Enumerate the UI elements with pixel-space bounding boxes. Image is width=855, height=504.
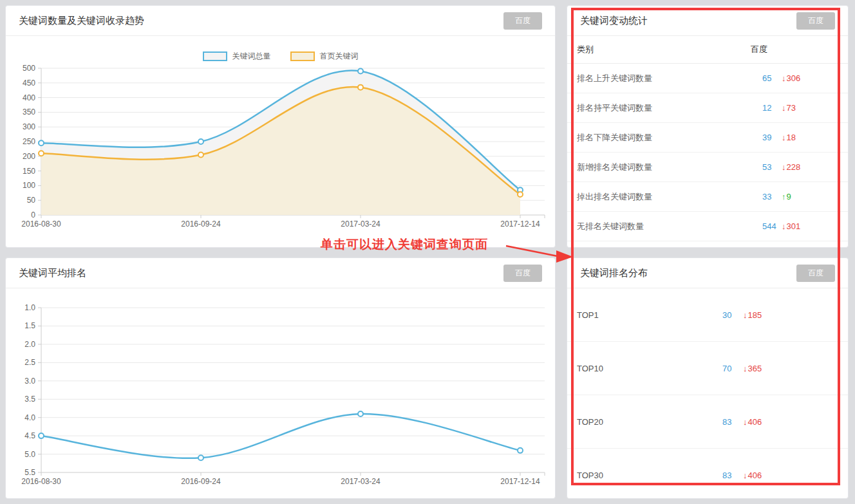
keyword-count-link[interactable]: 53: [762, 162, 782, 172]
legend-label: 关键词总量: [232, 51, 271, 62]
row-label: TOP20: [577, 417, 722, 427]
svg-text:450: 450: [23, 79, 35, 88]
svg-text:2.0: 2.0: [24, 340, 35, 349]
row-label: 排名上升关键词数量: [577, 73, 762, 84]
keyword-count-link[interactable]: 30: [722, 310, 743, 320]
delta-badge: ↑9: [782, 192, 791, 201]
legend-label: 首页关键词: [320, 51, 359, 62]
baidu-filter-button[interactable]: 百度: [503, 12, 542, 30]
avg-rank-chart: 1.01.52.02.53.03.54.04.55.05.52016-08-30…: [6, 288, 555, 498]
svg-text:150: 150: [23, 167, 35, 176]
table-row: 排名持平关键词数量 12 ↓73: [567, 93, 848, 123]
keyword-count-link[interactable]: 12: [762, 103, 782, 113]
legend-swatch-orange: [290, 51, 315, 61]
keyword-count-link[interactable]: 70: [722, 364, 743, 373]
row-label: 新增排名关键词数量: [577, 162, 762, 173]
delta-badge: ↓406: [743, 471, 762, 480]
legend-swatch-blue: [203, 51, 227, 61]
rank-distribution-panel: 关键词排名分布 百度 TOP1 30 ↓185 TOP10 70 ↓365 TO…: [567, 257, 849, 499]
keyword-trend-chart: 0501001502002503003504004505002016-08-30…: [6, 36, 555, 247]
panel-header: 关键词变动统计 百度: [567, 6, 848, 36]
delta-value: 185: [748, 310, 762, 320]
keyword-count-link[interactable]: 83: [722, 417, 743, 427]
svg-text:3.5: 3.5: [24, 395, 35, 404]
svg-text:5.0: 5.0: [24, 450, 35, 459]
svg-text:1.0: 1.0: [24, 303, 35, 312]
panel-title: 关键词平均排名: [19, 267, 86, 279]
svg-text:2.5: 2.5: [24, 358, 35, 367]
delta-value: 406: [748, 471, 762, 480]
up-arrow-icon: ↑: [782, 192, 786, 201]
table-row: 排名下降关键词数量 39 ↓18: [567, 123, 848, 153]
delta-value: 306: [787, 73, 801, 83]
delta-badge: ↓306: [782, 73, 800, 83]
panel-title: 关键词数量及关键词收录趋势: [19, 15, 144, 27]
svg-text:1.5: 1.5: [24, 321, 35, 330]
delta-value: 9: [787, 192, 791, 201]
panel-header: 关键词平均排名 百度: [6, 258, 555, 288]
keyword-count-link[interactable]: 33: [762, 192, 782, 201]
row-label: 掉出排名关键词数量: [577, 191, 762, 203]
delta-badge: ↓18: [782, 133, 796, 142]
baidu-filter-button[interactable]: 百度: [503, 265, 542, 282]
delta-value: 228: [787, 162, 801, 172]
down-arrow-icon: ↓: [782, 133, 786, 142]
svg-text:2017-12-14: 2017-12-14: [500, 219, 540, 229]
down-arrow-icon: ↓: [743, 417, 747, 427]
svg-text:2017-03-24: 2017-03-24: [341, 477, 381, 486]
panel-title: 关键词排名分布: [580, 267, 648, 279]
keyword-count-link[interactable]: 544: [762, 221, 782, 231]
svg-text:2016-08-30: 2016-08-30: [21, 219, 61, 229]
down-arrow-icon: ↓: [782, 162, 786, 172]
list-item: TOP20 83 ↓406: [567, 395, 848, 449]
delta-value: 18: [787, 133, 796, 142]
keyword-count-link[interactable]: 83: [722, 471, 743, 480]
svg-text:2016-09-24: 2016-09-24: [181, 219, 221, 229]
down-arrow-icon: ↓: [743, 310, 747, 320]
panel-header: 关键词排名分布 百度: [567, 258, 848, 288]
column-category: 类别: [577, 44, 751, 55]
row-label: TOP30: [577, 471, 722, 480]
svg-text:4.0: 4.0: [24, 413, 35, 422]
baidu-filter-button[interactable]: 百度: [796, 12, 835, 30]
down-arrow-icon: ↓: [782, 221, 786, 231]
baidu-filter-button[interactable]: 百度: [796, 265, 835, 282]
row-label: TOP10: [577, 364, 722, 373]
column-baidu: 百度: [751, 44, 767, 55]
svg-text:3.0: 3.0: [24, 377, 35, 386]
svg-text:2016-08-30: 2016-08-30: [21, 477, 61, 486]
svg-text:300: 300: [23, 122, 35, 131]
keyword-change-stats-panel: 关键词变动统计 百度 类别 百度 排名上升关键词数量 65 ↓306 排名持平关…: [567, 5, 849, 248]
keyword-trend-panel: 关键词数量及关键词收录趋势 百度 关键词总量 首页关键词 05010015020…: [5, 5, 556, 248]
table-row: 排名上升关键词数量 65 ↓306: [567, 64, 848, 93]
row-label: 无排名关键词数量: [577, 221, 762, 232]
avg-rank-panel: 关键词平均排名 百度 1.01.52.02.53.03.54.04.55.05.…: [5, 257, 556, 499]
delta-value: 73: [787, 103, 796, 113]
svg-text:350: 350: [23, 107, 35, 117]
svg-text:200: 200: [23, 152, 35, 161]
legend-item-homepage-keywords[interactable]: 首页关键词: [290, 51, 359, 62]
svg-text:100: 100: [23, 181, 35, 190]
delta-badge: ↓365: [743, 364, 762, 373]
keyword-count-link[interactable]: 39: [762, 133, 782, 142]
annotation-text: 单击可以进入关键词查询页面: [321, 236, 488, 253]
svg-text:250: 250: [23, 137, 35, 146]
svg-text:400: 400: [23, 93, 35, 102]
legend-item-total-keywords[interactable]: 关键词总量: [203, 51, 271, 62]
panel-header: 关键词数量及关键词收录趋势 百度: [6, 6, 555, 36]
delta-value: 365: [748, 364, 762, 373]
down-arrow-icon: ↓: [743, 471, 747, 480]
svg-text:2017-03-24: 2017-03-24: [341, 219, 381, 229]
delta-value: 406: [748, 417, 762, 427]
keyword-count-link[interactable]: 65: [762, 73, 782, 83]
table-header: 类别 百度: [567, 36, 848, 64]
down-arrow-icon: ↓: [743, 364, 747, 373]
panel-title: 关键词变动统计: [580, 15, 648, 27]
delta-badge: ↓301: [782, 221, 800, 231]
table-row: 新增排名关键词数量 53 ↓228: [567, 153, 848, 182]
row-label: 排名持平关键词数量: [577, 102, 762, 114]
delta-badge: ↓228: [782, 162, 800, 172]
svg-text:4.5: 4.5: [24, 431, 35, 440]
table-row: 掉出排名关键词数量 33 ↑9: [567, 182, 848, 212]
svg-text:500: 500: [23, 64, 35, 73]
